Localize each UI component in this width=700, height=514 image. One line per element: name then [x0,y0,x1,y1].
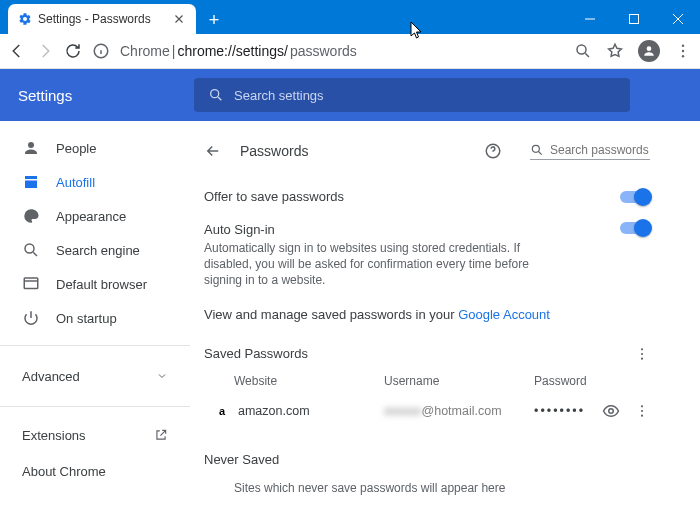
gear-icon [18,12,32,26]
svg-point-6 [211,90,219,98]
never-saved-section: Never Saved Sites which never save passw… [204,452,650,495]
svg-point-7 [25,244,34,253]
content-area: Passwords Offer to save passwords Auto S… [190,121,700,514]
offer-save-row: Offer to save passwords [204,171,650,204]
offer-save-label: Offer to save passwords [204,189,344,204]
search-icon [208,87,224,103]
reload-button[interactable] [64,42,82,60]
sidebar-item-autofill[interactable]: Autofill [0,165,190,199]
svg-point-17 [641,414,643,416]
search-passwords-input[interactable] [550,143,650,157]
maximize-button[interactable] [612,4,656,34]
page-title: Passwords [240,143,466,159]
divider [0,345,190,346]
sidebar-item-people[interactable]: People [0,131,190,165]
window-controls [568,4,700,34]
search-page-icon[interactable] [574,42,592,60]
auto-signin-toggle[interactable] [620,222,650,234]
google-account-link[interactable]: Google Account [458,307,550,322]
svg-point-14 [609,408,614,413]
saved-passwords-heading: Saved Passwords [204,346,308,361]
sidebar-about-chrome[interactable]: About Chrome [0,453,190,489]
forward-button[interactable] [36,42,54,60]
search-passwords[interactable] [530,143,650,160]
sidebar-item-search-engine[interactable]: Search engine [0,233,190,267]
manage-passwords-row: View and manage saved passwords in your … [204,289,650,322]
svg-point-2 [577,45,586,54]
search-icon [22,241,40,259]
never-saved-heading: Never Saved [204,452,650,467]
browser-icon [22,275,40,293]
svg-rect-0 [630,15,639,24]
site-favicon: a [214,403,230,419]
window-titlebar: Settings - Passwords + [0,0,700,34]
browser-tab[interactable]: Settings - Passwords [8,4,196,34]
sidebar-item-on-startup[interactable]: On startup [0,301,190,335]
menu-dots-icon[interactable] [674,42,692,60]
toolbar: Chrome | chrome://settings/passwords [0,34,700,69]
password-cell: •••••••• [534,404,602,418]
settings-header: Settings [0,69,700,121]
svg-point-13 [641,357,643,359]
table-header: Website Username Password [204,362,650,396]
col-username: Username [384,374,534,388]
col-website: Website [234,374,384,388]
settings-search-input[interactable] [234,88,616,103]
show-password-icon[interactable] [602,402,620,420]
svg-point-10 [532,145,539,152]
new-tab-button[interactable]: + [200,6,228,34]
offer-save-toggle[interactable] [620,191,650,203]
tab-title: Settings - Passwords [38,12,151,26]
saved-passwords-section: Saved Passwords Website Username Passwor… [204,346,650,426]
svg-point-12 [641,352,643,354]
close-window-button[interactable] [656,4,700,34]
svg-point-5 [682,55,684,57]
autofill-icon [22,173,40,191]
svg-point-15 [641,405,643,407]
sidebar-advanced[interactable]: Advanced [0,356,190,396]
profile-avatar[interactable] [638,40,660,62]
site-cell: amazon.com [238,404,384,418]
manage-passwords-text: View and manage saved passwords in your … [204,307,550,322]
sidebar-extensions[interactable]: Extensions [0,417,190,453]
external-link-icon [154,428,168,442]
back-arrow-icon[interactable] [204,142,222,160]
divider [0,406,190,407]
power-icon [22,309,40,327]
svg-point-4 [682,50,684,52]
more-options-icon[interactable] [634,346,650,362]
auto-signin-row: Auto Sign-in Automatically sign in to we… [204,204,650,289]
chevron-down-icon [156,370,168,382]
never-saved-message: Sites which never save passwords will ap… [204,467,650,495]
back-button[interactable] [8,42,26,60]
password-row[interactable]: a amazon.com xxxxxx@hotmail.com •••••••• [204,396,650,426]
auto-signin-desc: Automatically sign in to websites using … [204,240,544,289]
svg-point-16 [641,409,643,411]
page-header: Passwords [204,131,650,171]
site-info-icon[interactable] [92,42,110,60]
sidebar: People Autofill Appearance Search engine… [0,121,190,514]
help-icon[interactable] [484,142,502,160]
settings-search[interactable] [194,78,630,112]
col-password: Password [534,374,650,388]
auto-signin-label: Auto Sign-in [204,222,544,237]
sidebar-item-appearance[interactable]: Appearance [0,199,190,233]
svg-point-3 [682,45,684,47]
username-cell: xxxxxx@hotmail.com [384,404,534,418]
svg-rect-8 [24,278,38,289]
person-icon [22,139,40,157]
row-more-icon[interactable] [634,403,650,419]
omnibox[interactable]: Chrome | chrome://settings/passwords [120,43,357,59]
svg-point-11 [641,348,643,350]
search-icon [530,143,544,157]
minimize-button[interactable] [568,4,612,34]
app-title: Settings [18,87,172,104]
sidebar-item-default-browser[interactable]: Default browser [0,267,190,301]
close-icon[interactable] [172,12,186,26]
bookmark-star-icon[interactable] [606,42,624,60]
palette-icon [22,207,40,225]
